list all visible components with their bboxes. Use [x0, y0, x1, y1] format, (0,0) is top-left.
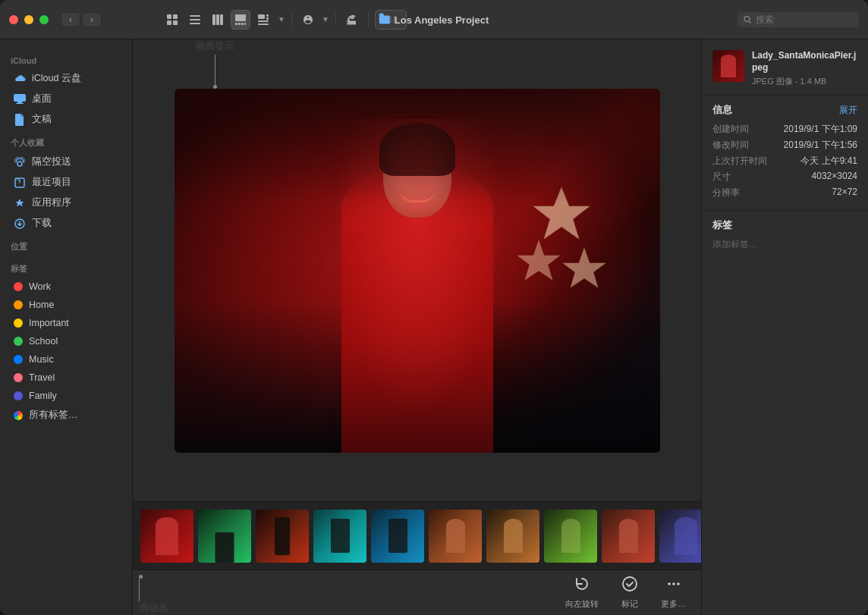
- thumbnail-6[interactable]: [429, 510, 482, 563]
- tag-home-label: Home: [29, 300, 54, 310]
- file-name: Lady_SantaMonicaPier.jpeg: [752, 50, 857, 74]
- sidebar-tag-travel[interactable]: Travel: [3, 369, 129, 387]
- svg-rect-15: [258, 14, 265, 19]
- sidebar-tag-school[interactable]: School: [3, 332, 129, 350]
- opened-value: 今天 上午9:41: [800, 155, 857, 168]
- sidebar-item-downloads[interactable]: 下载: [3, 213, 129, 234]
- main-image: [175, 89, 660, 453]
- svg-rect-13: [241, 23, 244, 25]
- info-header: 信息 展开: [712, 103, 857, 117]
- sidebar-item-desktop[interactable]: 桌面: [3, 89, 129, 109]
- file-info-text: Lady_SantaMonicaPier.jpeg JPEG 图像 - 1.4 …: [752, 50, 857, 87]
- created-label: 创建时间: [712, 123, 749, 136]
- nav-forward-button[interactable]: ›: [82, 12, 102, 27]
- mark-label: 标记: [621, 598, 638, 610]
- thumbnail-2[interactable]: [198, 510, 251, 563]
- svg-point-34: [668, 582, 671, 585]
- rotate-left-icon: [574, 576, 590, 596]
- rotate-left-button[interactable]: 向左旋转: [565, 576, 599, 610]
- sidebar-downloads-label: 下载: [32, 217, 52, 230]
- settings-button[interactable]: [298, 10, 318, 30]
- group-view-button[interactable]: [253, 10, 273, 30]
- all-tags-dot: [14, 411, 23, 420]
- sidebar-tag-music[interactable]: Music: [3, 350, 129, 369]
- thumbnail-8[interactable]: [544, 510, 597, 563]
- tags-section: 标签 添加标签…: [702, 211, 868, 259]
- svg-rect-2: [167, 20, 171, 25]
- sidebar-tag-important[interactable]: Important: [3, 314, 129, 332]
- share-button[interactable]: [342, 10, 362, 30]
- svg-rect-4: [190, 15, 200, 17]
- sidebar-desktop-label: 桌面: [32, 93, 52, 105]
- nav-back-button[interactable]: ‹: [61, 12, 80, 27]
- icloud-section-label: iCloud: [0, 49, 132, 68]
- file-type: JPEG 图像 - 1.4 MB: [752, 76, 857, 87]
- thumbnail-1[interactable]: [140, 510, 193, 563]
- sidebar: iCloud iCloud 云盘 桌面: [0, 39, 133, 615]
- resolution-label: 分辨率: [712, 187, 740, 199]
- tag-work-label: Work: [29, 281, 51, 292]
- search-icon: [744, 15, 752, 24]
- thumbnail-7[interactable]: [486, 510, 539, 563]
- close-button[interactable]: [9, 15, 18, 24]
- tags-section-label: 标签: [0, 256, 132, 278]
- resolution-row: 分辨率 72×72: [712, 187, 857, 199]
- separator-2: [335, 13, 336, 27]
- sidebar-tag-family[interactable]: Family: [3, 387, 129, 405]
- location-section-label: 位置: [0, 234, 132, 256]
- svg-marker-32: [563, 248, 605, 287]
- thumbnail-4[interactable]: [313, 510, 366, 563]
- sidebar-item-airdrop[interactable]: 隔空投送: [3, 152, 129, 172]
- family-tag-dot: [14, 391, 23, 400]
- created-value: 2019/9/1 下午1:09: [784, 123, 857, 136]
- important-tag-dot: [14, 318, 23, 328]
- school-tag-dot: [14, 337, 23, 346]
- thumbnail-5[interactable]: [371, 510, 424, 563]
- search-bar[interactable]: [737, 12, 859, 27]
- personal-section-label: 个人收藏: [0, 130, 132, 152]
- sidebar-item-recents[interactable]: 最近项目: [3, 172, 129, 193]
- thumbnail-3[interactable]: [256, 510, 309, 563]
- svg-point-35: [672, 582, 675, 585]
- expand-button[interactable]: 展开: [839, 104, 857, 117]
- work-tag-dot: [14, 282, 23, 291]
- search-area: [737, 12, 859, 27]
- toolbar: ▼ ▼: [162, 10, 407, 30]
- svg-rect-14: [244, 23, 246, 25]
- tag-family-label: Family: [29, 391, 57, 401]
- columns-view-button[interactable]: [208, 10, 228, 30]
- thumbnail-10[interactable]: [659, 510, 701, 563]
- maximize-button[interactable]: [39, 15, 49, 24]
- tag-all-label: 所有标签…: [29, 409, 78, 422]
- tag-music-label: Music: [29, 354, 54, 365]
- home-tag-dot: [14, 300, 23, 309]
- sidebar-icloud-drive-label: iCloud 云盘: [32, 72, 81, 85]
- opened-label: 上次打开时间: [712, 155, 767, 168]
- info-section: 信息 展开 创建时间 2019/9/1 下午1:09 修改时间 2019/9/1…: [702, 96, 868, 211]
- search-input[interactable]: [756, 14, 853, 25]
- svg-rect-0: [167, 14, 171, 19]
- file-thumbnail: [712, 50, 744, 82]
- svg-rect-1: [173, 14, 178, 19]
- more-button[interactable]: 更多…: [661, 576, 686, 610]
- info-title: 信息: [712, 103, 732, 117]
- minimize-button[interactable]: [24, 15, 33, 24]
- sidebar-tag-home[interactable]: Home: [3, 296, 129, 314]
- gallery-view-button[interactable]: [231, 10, 250, 30]
- svg-point-33: [623, 577, 637, 591]
- tags-placeholder[interactable]: 添加标签…: [712, 238, 857, 251]
- sidebar-tag-all[interactable]: 所有标签…: [3, 405, 129, 425]
- svg-rect-18: [258, 20, 269, 22]
- desktop-icon: [14, 93, 26, 105]
- sidebar-item-applications[interactable]: 应用程序: [3, 193, 129, 213]
- sidebar-item-documents[interactable]: 文稿: [3, 109, 129, 130]
- sidebar-tag-work[interactable]: Work: [3, 278, 129, 296]
- thumbnail-9[interactable]: [602, 510, 655, 563]
- svg-rect-7: [212, 14, 215, 25]
- downloads-icon: [14, 218, 26, 230]
- grid-view-button[interactable]: [162, 10, 182, 30]
- svg-rect-11: [235, 23, 237, 25]
- list-view-button[interactable]: [185, 10, 205, 30]
- mark-button[interactable]: 标记: [621, 576, 638, 610]
- sidebar-item-icloud-drive[interactable]: iCloud 云盘: [3, 68, 129, 89]
